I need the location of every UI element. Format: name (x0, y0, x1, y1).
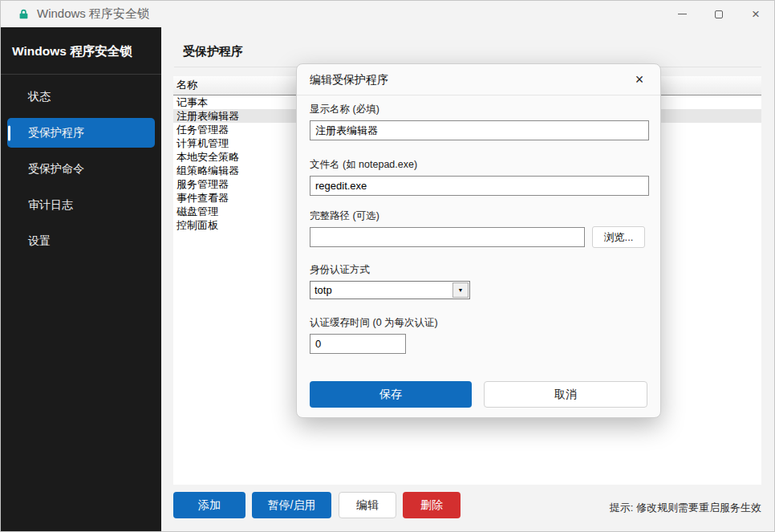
file-name-label: 文件名 (如 notepad.exe) (310, 158, 647, 172)
file-name-field[interactable] (310, 176, 649, 196)
restart-hint: 提示: 修改规则需要重启服务生效 (610, 501, 761, 515)
sidebar-item-protected-commands[interactable]: 受保护命令 (7, 154, 155, 184)
window-title: Windows 程序安全锁 (37, 6, 149, 22)
sidebar-app-title: Windows 程序安全锁 (1, 27, 161, 75)
full-path-field[interactable] (310, 227, 585, 247)
display-name-field[interactable] (310, 120, 649, 140)
cache-time-label: 认证缓存时间 (0 为每次认证) (310, 316, 647, 330)
sidebar-item-label: 受保护程序 (28, 126, 84, 140)
sidebar-item-label: 受保护命令 (28, 162, 84, 177)
edit-button[interactable]: 编辑 (339, 492, 396, 518)
auth-method-label: 身份认证方式 (310, 263, 647, 277)
edit-protected-program-dialog: 编辑受保护程序 × 显示名称 (必填) 文件名 (如 notepad.exe) … (296, 63, 661, 418)
full-path-label: 完整路径 (可选) (310, 209, 647, 223)
close-button[interactable]: × (737, 1, 774, 27)
full-path-row: 浏览... (310, 227, 647, 248)
sidebar-item-audit-log[interactable]: 审计日志 (7, 190, 155, 220)
app-window: Windows 程序安全锁 × Windows 程序安全锁 状态 受保护程序 受… (0, 0, 775, 532)
cache-time-field[interactable] (310, 334, 406, 354)
minimize-button[interactable] (663, 1, 700, 27)
auth-method-select[interactable]: totp ▼ (310, 281, 470, 299)
display-name-label: 显示名称 (必填) (310, 103, 647, 116)
combo-dropdown-button[interactable]: ▼ (452, 282, 469, 298)
sidebar-item-label: 设置 (28, 234, 51, 249)
chevron-down-icon: ▼ (458, 287, 464, 293)
maximize-button[interactable] (700, 1, 737, 27)
close-icon: × (752, 7, 760, 21)
active-indicator (8, 125, 10, 140)
sidebar: Windows 程序安全锁 状态 受保护程序 受保护命令 审计日志 设置 (1, 27, 161, 531)
dialog-body: 显示名称 (必填) 文件名 (如 notepad.exe) 完整路径 (可选) … (297, 103, 660, 408)
window-controls: × (663, 1, 774, 27)
dialog-close-button[interactable]: × (630, 70, 649, 89)
dialog-title: 编辑受保护程序 (310, 73, 388, 86)
titlebar: Windows 程序安全锁 × (1, 1, 774, 27)
sidebar-item-label: 状态 (28, 90, 51, 104)
sidebar-item-status[interactable]: 状态 (7, 82, 155, 112)
sidebar-item-settings[interactable]: 设置 (7, 226, 155, 256)
page-title: 受保护程序 (183, 44, 243, 59)
add-button[interactable]: 添加 (173, 492, 245, 518)
browse-button[interactable]: 浏览... (592, 226, 645, 248)
toggle-enable-button[interactable]: 暂停/启用 (252, 492, 331, 518)
sidebar-nav: 状态 受保护程序 受保护命令 审计日志 设置 (1, 82, 161, 256)
dialog-buttons: 保存 取消 (310, 381, 647, 408)
action-buttons: 添加 暂停/启用 编辑 删除 (173, 492, 461, 518)
save-button[interactable]: 保存 (310, 381, 472, 408)
cancel-button[interactable]: 取消 (484, 381, 647, 408)
maximize-icon (715, 10, 723, 18)
minimize-icon (678, 14, 687, 14)
auth-method-value: totp (310, 284, 452, 296)
sidebar-item-label: 审计日志 (28, 198, 73, 213)
sidebar-item-protected-programs[interactable]: 受保护程序 (7, 118, 155, 148)
bottom-bar: 添加 暂停/启用 编辑 删除 提示: 修改规则需要重启服务生效 (161, 485, 774, 531)
dialog-titlebar: 编辑受保护程序 × (297, 64, 660, 95)
delete-button[interactable]: 删除 (403, 492, 461, 518)
lock-icon (18, 9, 29, 19)
